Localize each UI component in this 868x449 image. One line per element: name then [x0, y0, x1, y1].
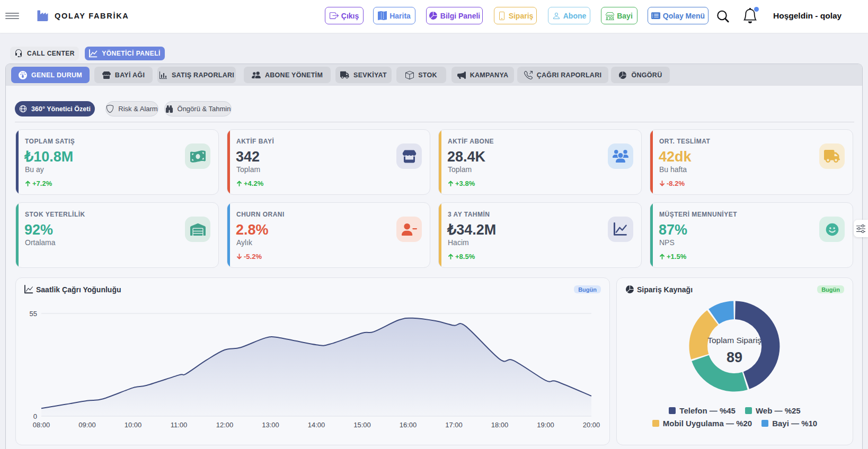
svg-text:Toplam Sipariş: Toplam Sipariş [707, 336, 761, 345]
svg-text:17:00: 17:00 [445, 421, 463, 429]
svg-text:89: 89 [727, 349, 742, 365]
svg-text:19:00: 19:00 [537, 421, 554, 429]
svg-text:12:00: 12:00 [216, 421, 234, 429]
svg-text:13:00: 13:00 [262, 421, 279, 429]
svg-text:20:00: 20:00 [583, 421, 600, 429]
svg-text:10:00: 10:00 [125, 421, 142, 429]
svg-text:09:00: 09:00 [78, 421, 96, 429]
svg-text:0: 0 [33, 412, 37, 420]
svg-text:08:00: 08:00 [33, 421, 50, 429]
svg-text:11:00: 11:00 [171, 421, 188, 429]
svg-text:55: 55 [30, 310, 37, 318]
svg-text:18:00: 18:00 [491, 421, 509, 429]
svg-text:14:00: 14:00 [308, 421, 325, 429]
svg-text:16:00: 16:00 [400, 421, 417, 429]
svg-text:15:00: 15:00 [353, 421, 371, 429]
